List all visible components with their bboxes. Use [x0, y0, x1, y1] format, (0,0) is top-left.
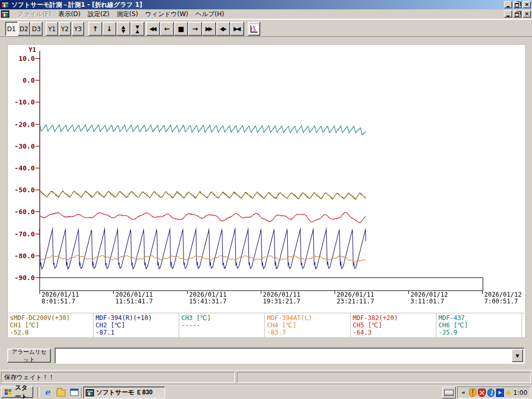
toolbar-button-y2[interactable]: Y2	[59, 22, 71, 36]
folder-icon[interactable]	[56, 388, 65, 397]
channel-label: CH3 [℃]	[181, 314, 262, 322]
taskbar: スタート e ソフトサーモ Ｅ830 « ! × i ▶ ★ 1:00	[0, 384, 532, 399]
x-tick-label: 2026/01/11 15:41:31.7	[189, 291, 227, 305]
channel-value: -87.1	[96, 329, 177, 336]
menu-help[interactable]: ヘルプ(H)	[192, 9, 228, 20]
task-button-softthermo[interactable]: ソフトサーモ Ｅ830	[83, 387, 165, 398]
taskbar-separator	[37, 387, 39, 397]
chevron-left-icon[interactable]: «	[459, 389, 468, 397]
toolbar-button-compress-horizontal-icon[interactable]: ▶◀	[230, 22, 244, 36]
status-panel-2	[237, 372, 531, 383]
toolbar-button-fast-forward-icon[interactable]: ▶▶	[202, 22, 216, 36]
y-tick-label: -90.0	[8, 274, 35, 281]
y-tick-label: -40.0	[8, 165, 35, 171]
status-message: 保存ウェイト！！	[1, 372, 235, 383]
menu-settings[interactable]: 設定(Z)	[84, 9, 113, 20]
menu-view[interactable]: 表示(D)	[55, 9, 84, 20]
security-alert-shield-icon[interactable]: ×	[478, 389, 486, 397]
toolbar-button-stop-icon[interactable]: ■	[174, 22, 188, 36]
mdi-close-button[interactable]: ×	[523, 10, 531, 18]
menu-window[interactable]: ウィンドウ(W)	[142, 9, 192, 20]
star-icon[interactable]: ★	[506, 389, 512, 397]
taskbar-clock: 1:00	[513, 389, 528, 396]
mdi-minimize-button[interactable]	[504, 10, 512, 18]
show-desktop-icon[interactable]	[70, 388, 79, 397]
y-tick-label: -20.0	[8, 121, 35, 128]
toolbar-button-d2[interactable]: D2	[18, 22, 30, 36]
toolbar-button-scroll-left-icon[interactable]: ←	[160, 22, 174, 36]
y-tick-label: -70.0	[8, 231, 35, 237]
security-warning-shield-icon[interactable]: !	[469, 389, 476, 397]
channel-value: -52.8	[10, 329, 91, 336]
legend-cell-ch1: sMDF-DC200V(+30)CH1 [℃]-52.8	[8, 313, 94, 337]
windows-logo-icon	[5, 389, 11, 395]
toolbar-button-scroll-down-icon[interactable]: ↓	[102, 22, 116, 36]
keyboard-icon	[444, 390, 454, 396]
minimize-button[interactable]	[504, 1, 512, 8]
x-tick-label: 2026/01/11 19:31:21.7	[263, 291, 300, 305]
channel-value: -64.3	[353, 329, 434, 336]
play-button-icon[interactable]: ▶	[496, 389, 503, 397]
y-axis-name: Y1	[29, 46, 36, 54]
channel-name: MDF-394AT(L)	[267, 314, 348, 322]
y-tick-label: 10.0	[8, 55, 35, 62]
y-tick-label: -30.0	[8, 143, 35, 150]
menu-bar: ファイル(F) 表示(D) 設定(Z) 測定(S) ウィンドウ(W) ヘルプ(H…	[0, 9, 532, 19]
restore-button[interactable]	[513, 1, 522, 8]
system-tray: « ! × i ▶ ★ 1:00	[457, 387, 530, 398]
mdi-restore-button[interactable]	[513, 10, 522, 18]
legend-cell-ch6: MDF-437CH6 [℃]-25.9	[436, 313, 522, 337]
legend-cell-ch2: MDF-394(R)(+10)CH2 [℃]-87.1	[94, 313, 179, 337]
toolbar-button-scroll-right-icon[interactable]: →	[188, 22, 202, 36]
channel-legend: sMDF-DC200V(+30)CH1 [℃]-52.8MDF-394(R)(+…	[8, 313, 525, 337]
toolbar-button-y3[interactable]: Y3	[72, 22, 84, 36]
legend-cell-ch5: MDF-382(+20)CH5 [℃]-64.3	[351, 313, 436, 337]
toolbar-button-d1[interactable]: D1	[5, 22, 18, 36]
status-bar: 保存ウェイト！！	[0, 370, 532, 384]
menu-file[interactable]: ファイル(F)	[14, 9, 55, 20]
channel-value: -25.9	[438, 329, 520, 336]
x-tick-label: 2026/01/11 8:01:51.7	[42, 291, 79, 305]
alarm-reset-button[interactable]: アラームリセット	[7, 349, 51, 363]
info-balloon-icon[interactable]: i	[487, 389, 495, 397]
toolbar-button-d3[interactable]: D3	[30, 22, 43, 36]
channel-name: MDF-437	[438, 314, 520, 322]
y-tick-label: -10.0	[8, 99, 35, 105]
toolbar-button-rewind-icon[interactable]: ◀◀	[146, 22, 160, 36]
task-app-icon	[86, 389, 94, 396]
toolbar-button-y1[interactable]: Y1	[46, 22, 58, 36]
x-tick-label: 2026/01/11 23:21:11.7	[337, 291, 374, 305]
toolbar-button-scroll-up-icon[interactable]: ↑	[88, 22, 102, 36]
y-tick-label: -60.0	[8, 208, 35, 215]
toolbar: D1D2D3Y1Y2Y3↑↓▲ ▼▼ ▲◀◀←■→▶▶◀▶▶◀	[0, 19, 532, 37]
line-graph-tool-button[interactable]	[248, 22, 260, 36]
combo-dropdown-button[interactable]: ▼	[512, 349, 523, 362]
channel-label: CH6 [℃]	[438, 322, 520, 329]
toolbar-button-expand-horizontal-icon[interactable]: ◀▶	[216, 22, 230, 36]
app-icon[interactable]	[1, 1, 9, 8]
start-label: スタート	[13, 383, 30, 399]
x-tick-label: 2026/01/12 7:00:51.7	[484, 291, 522, 305]
menu-measure[interactable]: 測定(S)	[113, 9, 142, 20]
desktop: ソフトサーモ計測－計測1 - [折れ線グラフ 1] × ファイル(F) 表示(D…	[0, 0, 532, 399]
task-label: ソフトサーモ Ｅ830	[96, 388, 153, 397]
mdi-child-icon[interactable]	[1, 10, 9, 18]
channel-label: CH2 [℃]	[96, 322, 177, 329]
start-button[interactable]: スタート	[1, 387, 33, 398]
legend-cell-ch3: CH3 [℃]-----	[179, 313, 265, 337]
chart-panel: Y1 10.00.0-10.0-20.0-30.0-40.0-50.0-60.0…	[7, 44, 526, 337]
keyboard-indicator[interactable]	[442, 387, 456, 398]
alarm-combo-value	[56, 349, 512, 362]
alarm-combo-box[interactable]: ▼	[55, 348, 525, 364]
x-tick-label: 2026/01/11 11:51:41.7	[115, 291, 153, 305]
close-button[interactable]: ×	[523, 1, 531, 8]
channel-name: MDF-382(+20)	[353, 314, 434, 322]
internet-explorer-icon[interactable]: e	[43, 388, 52, 397]
channel-value: -----	[181, 322, 262, 329]
channel-label: CH1 [℃]	[10, 322, 91, 329]
legend-cell-ch4: MDF-394AT(L)CH4 [℃]-83.7	[265, 313, 351, 337]
toolbar-button-expand-vertical-icon[interactable]: ▲ ▼	[116, 22, 130, 36]
channel-name: MDF-394(R)(+10)	[96, 314, 177, 322]
toolbar-button-compress-vertical-icon[interactable]: ▼ ▲	[130, 22, 144, 36]
window-title: ソフトサーモ計測－計測1 - [折れ線グラフ 1]	[11, 0, 503, 9]
